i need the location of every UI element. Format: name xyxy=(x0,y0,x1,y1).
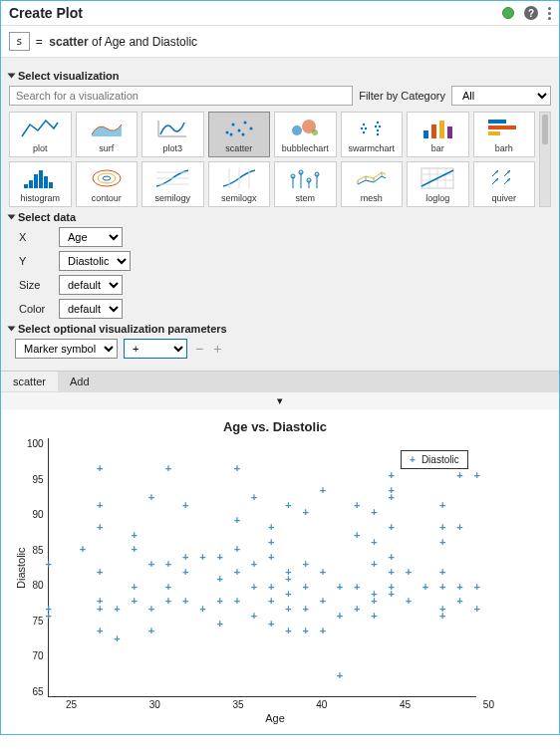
data-point: + xyxy=(216,574,222,585)
tab-scatter[interactable]: scatter xyxy=(1,372,58,391)
output-var[interactable]: s xyxy=(9,32,30,51)
viz-item-label: quiver xyxy=(491,193,516,203)
y-select[interactable]: Diastolic xyxy=(59,251,131,271)
data-point: + xyxy=(114,603,120,614)
data-point: + xyxy=(439,581,445,592)
data-point: + xyxy=(473,603,479,614)
viz-item-histogram[interactable]: histogram xyxy=(9,161,72,207)
legend-marker-icon: + xyxy=(410,454,416,465)
svg-point-5 xyxy=(243,122,246,125)
data-point: + xyxy=(439,566,445,577)
data-point: + xyxy=(199,603,205,614)
loglog-thumb-icon xyxy=(410,164,466,192)
svg-point-12 xyxy=(363,124,365,126)
viz-item-plot3[interactable]: plot3 xyxy=(141,112,204,157)
data-point: + xyxy=(216,596,222,607)
help-icon[interactable]: ? xyxy=(524,6,538,20)
svg-point-7 xyxy=(229,133,232,136)
viz-item-label: plot xyxy=(33,143,48,153)
viz-item-stem[interactable]: stem xyxy=(274,161,337,207)
viz-item-semilogx[interactable]: semilogx xyxy=(208,161,271,207)
data-point: + xyxy=(456,581,462,592)
data-point: + xyxy=(45,611,51,622)
data-point: + xyxy=(337,581,343,592)
x-select[interactable]: Age xyxy=(59,227,123,247)
kebab-menu-icon[interactable] xyxy=(548,7,551,20)
section-select-visualization[interactable]: Select visualization xyxy=(9,70,551,82)
data-point: + xyxy=(216,551,222,562)
data-point: + xyxy=(131,596,137,607)
data-point: + xyxy=(371,596,377,607)
viz-item-barh[interactable]: barh xyxy=(473,112,536,157)
bar-thumb-icon xyxy=(410,115,466,142)
data-point: + xyxy=(268,522,274,533)
viz-item-label: bar xyxy=(431,143,444,153)
search-input[interactable] xyxy=(9,86,353,106)
viz-item-scatter[interactable]: scatter xyxy=(208,112,271,157)
data-point: + xyxy=(285,626,291,636)
svg-point-34 xyxy=(93,170,121,186)
page-title: Create Plot xyxy=(9,5,502,21)
viz-item-bubblechart[interactable]: bubblechart xyxy=(274,112,337,157)
data-point: + xyxy=(268,596,274,607)
chevron-down-icon: ▾ xyxy=(277,394,283,406)
viz-item-surf[interactable]: surf xyxy=(76,112,139,157)
viz-item-quiver[interactable]: quiver xyxy=(473,161,536,207)
svg-rect-28 xyxy=(24,184,28,188)
title-bar: Create Plot ? xyxy=(1,1,559,26)
swarmchart-thumb-icon xyxy=(344,115,401,142)
opt-param-name-select[interactable]: Marker symbol xyxy=(15,339,118,359)
svg-point-16 xyxy=(377,122,379,124)
visualization-grid: plotsurfplot3scatterbubblechartswarmchar… xyxy=(9,112,535,207)
plot3-thumb-icon xyxy=(144,115,201,142)
surf-thumb-icon xyxy=(79,115,136,142)
remove-param-icon[interactable]: − xyxy=(193,341,205,357)
viz-item-mesh[interactable]: mesh xyxy=(341,161,404,207)
svg-point-36 xyxy=(103,176,111,180)
data-point: + xyxy=(251,581,257,592)
color-select[interactable]: default xyxy=(59,299,123,319)
category-select[interactable]: All xyxy=(451,86,551,106)
viz-item-semilogy[interactable]: semilogy xyxy=(141,161,204,207)
section-optional-params[interactable]: Select optional visualization parameters xyxy=(9,323,551,335)
data-point: + xyxy=(148,626,154,636)
data-point: + xyxy=(354,529,360,540)
add-param-icon[interactable]: + xyxy=(211,341,223,357)
data-point: + xyxy=(439,499,445,510)
data-point: + xyxy=(268,551,274,562)
color-label: Color xyxy=(19,303,49,315)
x-axis-label: Age xyxy=(11,712,539,724)
data-point: + xyxy=(473,470,479,481)
stem-thumb-icon xyxy=(277,164,334,192)
viz-item-label: plot3 xyxy=(162,143,182,153)
data-point: + xyxy=(302,507,308,518)
mesh-thumb-icon xyxy=(344,164,401,192)
size-select[interactable]: default xyxy=(59,275,123,295)
collapse-toggle[interactable]: ▾ xyxy=(1,391,559,409)
viz-item-plot[interactable]: plot xyxy=(9,112,72,157)
svg-rect-32 xyxy=(44,176,48,188)
tab-add[interactable]: Add xyxy=(58,372,102,391)
section-select-data[interactable]: Select data xyxy=(9,211,551,223)
data-point: + xyxy=(165,559,171,570)
data-point: + xyxy=(337,611,343,622)
data-point: + xyxy=(251,559,257,570)
data-point: + xyxy=(302,559,308,570)
viz-item-swarmchart[interactable]: swarmchart xyxy=(341,112,404,157)
svg-point-4 xyxy=(237,129,240,132)
viz-item-bar[interactable]: bar xyxy=(407,112,469,157)
data-point: + xyxy=(388,589,394,600)
svg-rect-30 xyxy=(34,174,38,188)
opt-param-value-select[interactable]: + xyxy=(124,339,187,359)
viz-item-label: swarmchart xyxy=(348,143,395,153)
legend: + Diastolic xyxy=(401,450,468,469)
viz-scrollbar[interactable] xyxy=(539,112,551,207)
data-point: + xyxy=(439,522,445,533)
data-point: + xyxy=(422,581,428,592)
viz-item-contour[interactable]: contour xyxy=(76,161,139,207)
x-label: X xyxy=(19,231,49,243)
data-point: + xyxy=(182,566,188,577)
viz-item-loglog[interactable]: loglog xyxy=(407,161,469,207)
svg-rect-24 xyxy=(447,126,452,138)
data-point: + xyxy=(388,470,394,481)
